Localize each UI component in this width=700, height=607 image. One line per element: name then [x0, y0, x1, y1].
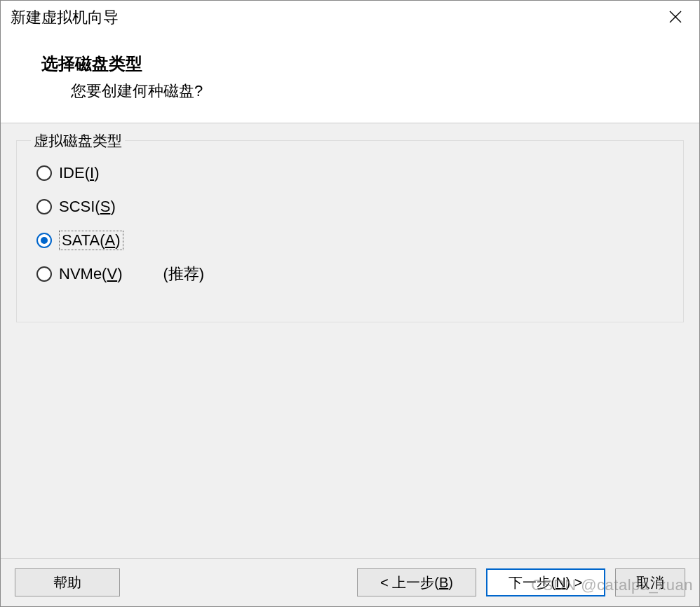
disk-type-group: 虚拟磁盘类型 IDE(I) SCSI(S) [16, 140, 684, 322]
radio-label: NVMe(V) [59, 265, 122, 283]
help-button[interactable]: 帮助 [15, 568, 120, 596]
radio-icon [36, 199, 52, 214]
title-bar: 新建虚拟机向导 [1, 1, 699, 34]
page-subtitle: 您要创建何种磁盘? [41, 81, 671, 102]
radio-option-sata[interactable]: SATA(A) [36, 231, 669, 250]
header-section: 选择磁盘类型 您要创建何种磁盘? [1, 34, 699, 123]
wizard-window: 新建虚拟机向导 选择磁盘类型 您要创建何种磁盘? 虚拟磁盘类型 IDE(I) [0, 0, 700, 607]
radio-label: SATA(A) [59, 231, 123, 250]
radio-option-ide[interactable]: IDE(I) [36, 163, 669, 183]
close-icon[interactable] [661, 6, 689, 29]
cancel-button[interactable]: 取消 [615, 568, 685, 596]
radio-icon [36, 266, 52, 282]
radio-option-nvme[interactable]: NVMe(V) (推荐) [36, 264, 669, 284]
radio-list: IDE(I) SCSI(S) SATA(A) [31, 161, 669, 284]
radio-hint: (推荐) [163, 264, 204, 285]
back-button[interactable]: < 上一步(B) [357, 568, 476, 596]
content-area: 虚拟磁盘类型 IDE(I) SCSI(S) [1, 123, 699, 558]
page-title: 选择磁盘类型 [41, 53, 671, 75]
radio-label: IDE(I) [59, 164, 99, 182]
radio-icon [36, 165, 52, 181]
group-legend: 虚拟磁盘类型 [31, 131, 125, 151]
footer: 帮助 < 上一步(B) 下一步(N) > 取消 [1, 558, 699, 606]
radio-option-scsi[interactable]: SCSI(S) [36, 197, 669, 217]
radio-icon [36, 233, 52, 248]
window-title: 新建虚拟机向导 [11, 7, 119, 28]
radio-label: SCSI(S) [59, 198, 116, 216]
next-button[interactable]: 下一步(N) > [486, 568, 605, 596]
